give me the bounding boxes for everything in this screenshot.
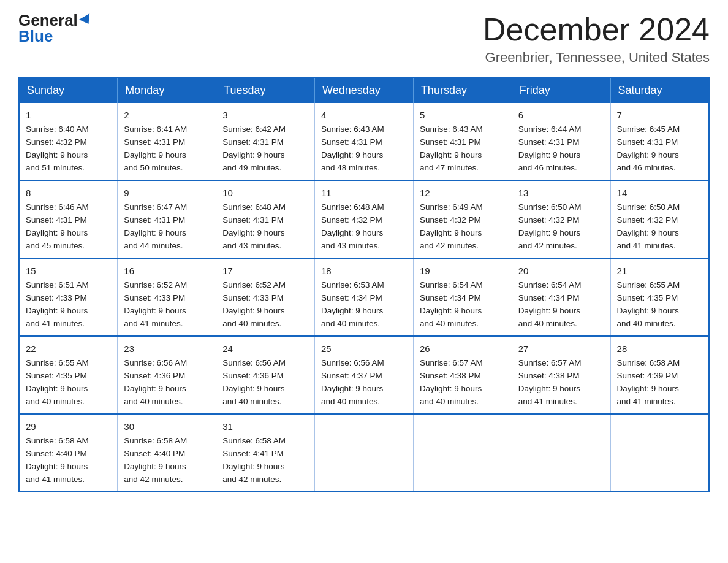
day-number: 25 — [321, 342, 407, 356]
calendar-day-cell: 26 Sunrise: 6:57 AM Sunset: 4:38 PM Dayl… — [413, 336, 512, 414]
daylight-text2: and 51 minutes. — [26, 163, 85, 172]
calendar-week-row: 15 Sunrise: 6:51 AM Sunset: 4:33 PM Dayl… — [19, 258, 709, 336]
sunset-text: Sunset: 4:31 PM — [222, 137, 284, 147]
daylight-text: Daylight: 9 hours — [26, 384, 88, 393]
calendar-day-cell: 12 Sunrise: 6:49 AM Sunset: 4:32 PM Dayl… — [413, 180, 512, 258]
daylight-text2: and 41 minutes. — [26, 319, 85, 328]
sunset-text: Sunset: 4:34 PM — [420, 293, 481, 302]
calendar-day-cell: 27 Sunrise: 6:57 AM Sunset: 4:38 PM Dayl… — [512, 336, 610, 414]
calendar-day-cell: 13 Sunrise: 6:50 AM Sunset: 4:32 PM Dayl… — [512, 180, 610, 258]
day-number: 1 — [26, 108, 111, 122]
day-number: 16 — [124, 264, 210, 278]
sunrise-text: Sunrise: 6:54 AM — [420, 280, 483, 289]
calendar-empty-cell — [512, 414, 610, 492]
sunset-text: Sunset: 4:33 PM — [124, 293, 185, 302]
daylight-text: Daylight: 9 hours — [321, 384, 383, 393]
calendar-day-cell: 1 Sunrise: 6:40 AM Sunset: 4:32 PM Dayli… — [19, 103, 118, 180]
sunset-text: Sunset: 4:31 PM — [518, 137, 580, 147]
day-number: 5 — [420, 108, 506, 122]
sunset-text: Sunset: 4:31 PM — [222, 215, 284, 224]
daylight-text: Daylight: 9 hours — [124, 384, 186, 393]
daylight-text: Daylight: 9 hours — [222, 384, 284, 393]
daylight-text: Daylight: 9 hours — [420, 228, 482, 237]
daylight-text: Daylight: 9 hours — [617, 306, 679, 315]
daylight-text2: and 42 minutes. — [420, 241, 479, 250]
daylight-text: Daylight: 9 hours — [222, 228, 284, 237]
sunrise-text: Sunrise: 6:57 AM — [420, 358, 483, 367]
daylight-text: Daylight: 9 hours — [518, 150, 580, 159]
daylight-text2: and 41 minutes. — [518, 397, 577, 406]
calendar-day-cell: 6 Sunrise: 6:44 AM Sunset: 4:31 PM Dayli… — [512, 103, 610, 180]
weekday-header-saturday: Saturday — [610, 77, 709, 103]
daylight-text: Daylight: 9 hours — [26, 150, 88, 159]
daylight-text2: and 41 minutes. — [124, 319, 183, 328]
calendar-day-cell: 22 Sunrise: 6:55 AM Sunset: 4:35 PM Dayl… — [19, 336, 118, 414]
sunset-text: Sunset: 4:31 PM — [26, 215, 87, 224]
daylight-text2: and 50 minutes. — [124, 163, 183, 172]
daylight-text: Daylight: 9 hours — [124, 306, 186, 315]
calendar-day-cell: 20 Sunrise: 6:54 AM Sunset: 4:34 PM Dayl… — [512, 258, 610, 336]
sunrise-text: Sunrise: 6:56 AM — [124, 358, 187, 367]
calendar-day-cell: 31 Sunrise: 6:58 AM Sunset: 4:41 PM Dayl… — [216, 414, 315, 492]
daylight-text: Daylight: 9 hours — [518, 306, 580, 315]
sunrise-text: Sunrise: 6:53 AM — [321, 280, 384, 289]
sunrise-text: Sunrise: 6:41 AM — [124, 124, 187, 134]
sunset-text: Sunset: 4:35 PM — [26, 371, 87, 380]
calendar-day-cell: 11 Sunrise: 6:48 AM Sunset: 4:32 PM Dayl… — [315, 180, 414, 258]
daylight-text2: and 40 minutes. — [420, 397, 479, 406]
daylight-text2: and 46 minutes. — [518, 163, 577, 172]
sunrise-text: Sunrise: 6:40 AM — [26, 124, 89, 134]
calendar-day-cell: 24 Sunrise: 6:56 AM Sunset: 4:36 PM Dayl… — [216, 336, 315, 414]
title-block: December 2024 Greenbrier, Tennessee, Uni… — [483, 12, 710, 66]
calendar-empty-cell — [413, 414, 512, 492]
daylight-text2: and 40 minutes. — [321, 397, 380, 406]
sunset-text: Sunset: 4:34 PM — [518, 293, 580, 302]
daylight-text2: and 40 minutes. — [124, 397, 183, 406]
day-number: 28 — [617, 342, 702, 356]
calendar-day-cell: 7 Sunrise: 6:45 AM Sunset: 4:31 PM Dayli… — [610, 103, 709, 180]
calendar-table: SundayMondayTuesdayWednesdayThursdayFrid… — [18, 77, 710, 492]
day-number: 23 — [124, 342, 210, 356]
daylight-text: Daylight: 9 hours — [222, 150, 284, 159]
sunset-text: Sunset: 4:32 PM — [420, 215, 481, 224]
daylight-text2: and 47 minutes. — [420, 163, 479, 172]
sunrise-text: Sunrise: 6:43 AM — [420, 124, 483, 134]
day-number: 20 — [518, 264, 604, 278]
day-number: 15 — [26, 264, 111, 278]
sunrise-text: Sunrise: 6:52 AM — [124, 280, 187, 289]
daylight-text2: and 43 minutes. — [321, 241, 380, 250]
day-number: 26 — [420, 342, 506, 356]
daylight-text: Daylight: 9 hours — [124, 462, 186, 471]
day-number: 18 — [321, 264, 407, 278]
sunrise-text: Sunrise: 6:49 AM — [420, 202, 483, 212]
calendar-day-cell: 18 Sunrise: 6:53 AM Sunset: 4:34 PM Dayl… — [315, 258, 414, 336]
daylight-text2: and 48 minutes. — [321, 163, 380, 172]
daylight-text: Daylight: 9 hours — [420, 150, 482, 159]
day-number: 2 — [124, 108, 210, 122]
sunrise-text: Sunrise: 6:56 AM — [321, 358, 384, 367]
sunrise-text: Sunrise: 6:58 AM — [124, 436, 187, 445]
month-title: December 2024 — [483, 12, 710, 47]
daylight-text2: and 40 minutes. — [518, 319, 577, 328]
weekday-header-wednesday: Wednesday — [315, 77, 414, 103]
daylight-text2: and 44 minutes. — [124, 241, 183, 250]
daylight-text: Daylight: 9 hours — [617, 384, 679, 393]
logo: General Blue — [18, 12, 93, 44]
calendar-empty-cell — [315, 414, 414, 492]
calendar-week-row: 29 Sunrise: 6:58 AM Sunset: 4:40 PM Dayl… — [19, 414, 709, 492]
daylight-text: Daylight: 9 hours — [617, 228, 679, 237]
day-number: 24 — [222, 342, 308, 356]
day-number: 14 — [617, 186, 702, 200]
day-number: 29 — [26, 419, 111, 434]
daylight-text2: and 45 minutes. — [26, 241, 85, 250]
sunset-text: Sunset: 4:31 PM — [420, 137, 481, 147]
daylight-text2: and 40 minutes. — [222, 319, 281, 328]
sunset-text: Sunset: 4:32 PM — [26, 137, 87, 147]
daylight-text: Daylight: 9 hours — [321, 150, 383, 159]
calendar-week-row: 1 Sunrise: 6:40 AM Sunset: 4:32 PM Dayli… — [19, 103, 709, 180]
sunrise-text: Sunrise: 6:58 AM — [26, 436, 89, 445]
sunset-text: Sunset: 4:32 PM — [617, 215, 678, 224]
sunrise-text: Sunrise: 6:57 AM — [518, 358, 582, 367]
daylight-text2: and 43 minutes. — [222, 241, 281, 250]
sunrise-text: Sunrise: 6:48 AM — [222, 202, 286, 212]
